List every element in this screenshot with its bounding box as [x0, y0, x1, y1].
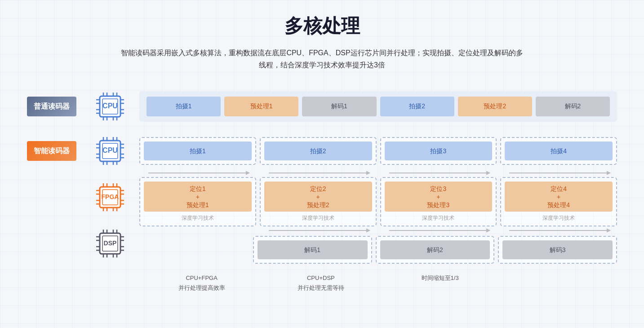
smart-label-wrapper: 智能读码器: [27, 141, 76, 161]
bottom-labels: CPU+FPGA 并行处理提高效率 CPU+DSP 并行处理无需等待 时间缩短至…: [144, 273, 617, 293]
smart-dsp-block-3: 解码2: [380, 240, 490, 259]
bottom-spacer: [27, 273, 144, 293]
deep-learning-1: 深度学习技术: [182, 213, 214, 222]
smart-dsp-block-2: 解码1: [258, 240, 368, 259]
normal-block-6: 解码2: [536, 97, 610, 116]
svg-text:FPGA: FPGA: [102, 193, 119, 200]
smart-cpu-blocks-row: 拍摄1 拍摄2 拍摄3 拍摄4: [139, 133, 617, 169]
smart-fpga-block-3: 定位3+预处理3: [385, 182, 493, 212]
arrow-3: ▶: [380, 173, 497, 173]
fpga-chip: FPGA: [90, 180, 130, 215]
arrow-6: ▶: [380, 230, 497, 231]
smart-cpu-block-3: 拍摄3: [385, 142, 493, 160]
bottom-label-2: CPU+DSP 并行处理无需等待: [263, 273, 378, 293]
smart-fpga-cell-2: 定位2+预处理2 深度学习技术: [260, 177, 377, 226]
arrow-1: ▶: [139, 173, 256, 173]
arrow-4: ▶: [500, 173, 617, 173]
normal-block-5: 预处理2: [458, 97, 532, 116]
cpu-chip-smart: CPU: [90, 133, 130, 168]
fpga-chip-svg: FPGA: [93, 180, 128, 215]
deep-learning-4: 深度学习技术: [542, 213, 575, 222]
deep-learning-3: 深度学习技术: [422, 213, 454, 222]
smart-cpu-block-4: 拍摄4: [505, 142, 613, 160]
smart-fpga-blocks-row: 定位1+预处理1 深度学习技术 定位2+预处理2 深度学习技术 定位3+预处理3…: [139, 177, 617, 226]
diagram: 普通读码器: [27, 89, 617, 293]
normal-block-1: 拍摄1: [147, 97, 221, 116]
normal-reader-label: 普通读码器: [27, 97, 76, 116]
bottom-captions-row: CPU+FPGA 并行处理提高效率 CPU+DSP 并行处理无需等待 时间缩短至…: [27, 273, 617, 293]
page-title: 多核处理: [27, 13, 617, 39]
smart-cpu-cell-3: 拍摄3: [380, 137, 497, 165]
smart-cpu-block-2: 拍摄2: [264, 142, 372, 160]
smart-fpga-block-1: 定位1+预处理1: [144, 182, 252, 212]
page-container: 多核处理 智能读码器采用嵌入式多核算法，重构数据流在底层CPU、FPGA、DSP…: [0, 0, 644, 302]
cpu-chip-svg-normal: CPU: [93, 89, 128, 124]
smart-dsp-cell-3: 解码2: [376, 236, 495, 264]
smart-cpu-cell-4: 拍摄4: [500, 137, 617, 165]
cpu-chip-svg-smart: CPU: [93, 133, 128, 168]
arrow-7: ▶: [500, 230, 617, 231]
smart-dsp-cell-2: 解码1: [253, 236, 372, 264]
arrow-5: ▶: [260, 230, 377, 231]
dsp-chip-svg: DSP: [93, 226, 128, 261]
deep-learning-2: 深度学习技术: [302, 213, 334, 222]
normal-block-4: 拍摄2: [380, 97, 454, 116]
smart-reader-label: 智能读码器: [27, 141, 76, 161]
normal-block-3: 解码1: [302, 97, 376, 116]
smart-cpu-block-1: 拍摄1: [144, 142, 252, 160]
svg-text:CPU: CPU: [102, 146, 118, 154]
fpga-chip-row: FPGA: [27, 173, 139, 222]
smart-fpga-cell-4: 定位4+预处理4 深度学习技术: [500, 177, 617, 226]
smart-fpga-block-2: 定位2+预处理2: [264, 182, 372, 212]
smart-fpga-block-4: 定位4+预处理4: [505, 182, 613, 212]
bottom-label-3: 时间缩短至1/3: [382, 273, 498, 293]
smart-grid-area: 拍摄1 拍摄2 拍摄3 拍摄4 ▶: [139, 133, 617, 265]
cpu-chip-normal: CPU: [90, 89, 130, 124]
smart-left: 智能读码器: [27, 133, 139, 262]
normal-label-wrapper: 普通读码器: [27, 97, 76, 116]
svg-text:CPU: CPU: [102, 102, 118, 110]
smart-dsp-blocks-row: 解码1 解码2 解码3: [139, 235, 617, 265]
smart-cpu-row: 智能读码器: [27, 133, 139, 169]
smart-cpu-cell-1: 拍摄1: [139, 137, 256, 165]
page-subtitle: 智能读码器采用嵌入式多核算法，重构数据流在底层CPU、FPGA、DSP运行芯片间…: [27, 47, 617, 71]
arrow-row-1: ▶ ▶ ▶ ▶: [139, 169, 617, 177]
svg-text:DSP: DSP: [104, 239, 117, 247]
dsp-chip: DSP: [90, 226, 130, 261]
smart-reader-section: 智能读码器: [27, 133, 617, 265]
dsp-chip-row: DSP: [27, 226, 139, 262]
smart-cpu-cell-2: 拍摄2: [260, 137, 377, 165]
smart-dsp-block-4: 解码3: [502, 240, 613, 259]
normal-timeline: 拍摄1 预处理1 解码1 拍摄2 预处理2 解码2: [139, 91, 617, 122]
smart-fpga-cell-3: 定位3+预处理3 深度学习技术: [380, 177, 497, 226]
normal-reader-section: 普通读码器: [27, 89, 617, 124]
smart-dsp-cell-4: 解码3: [498, 236, 617, 264]
normal-blocks-container: 拍摄1 预处理1 解码1 拍摄2 预处理2 解码2: [139, 91, 617, 122]
arrow-2: ▶: [260, 173, 377, 173]
arrow-row-2: ▶ ▶ ▶: [139, 226, 617, 235]
normal-block-2: 预处理1: [224, 97, 298, 116]
smart-fpga-cell-1: 定位1+预处理1 深度学习技术: [139, 177, 256, 226]
bottom-label-1: CPU+FPGA 并行处理提高效率: [144, 273, 259, 293]
